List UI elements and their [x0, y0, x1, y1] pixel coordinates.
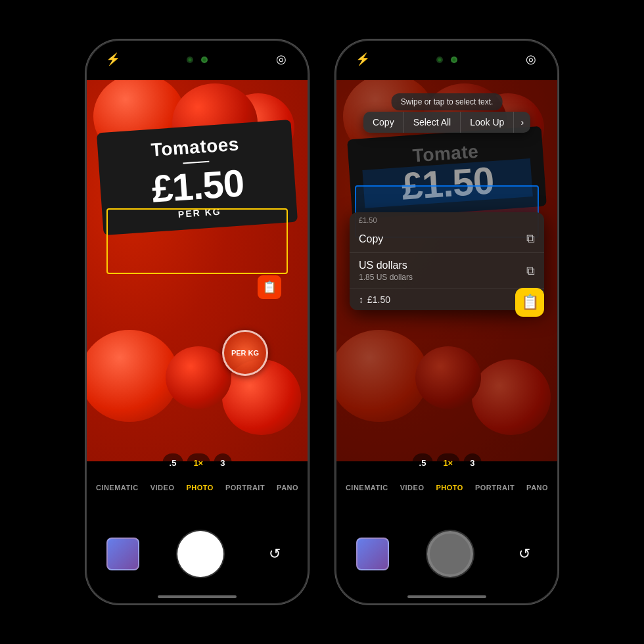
- popup-convert-text: £1.50: [367, 294, 390, 305]
- popup-usd-label: US dollars: [359, 260, 413, 271]
- flash-icon[interactable]: ⚡: [103, 49, 124, 70]
- camera-bottom-1: ↺: [87, 531, 308, 577]
- camera-indicator-2: [436, 57, 443, 63]
- popup-copy-label: Copy: [359, 233, 383, 245]
- mode-video-2[interactable]: VIDEO: [400, 484, 425, 492]
- home-indicator-1: [158, 595, 237, 598]
- mode-cinematic-1[interactable]: CINEMATIC: [96, 484, 139, 492]
- photo-thumbnail-1[interactable]: [106, 538, 139, 570]
- magnifier-1: PER KG: [222, 330, 268, 376]
- popup-copy-icon: ⧉: [526, 232, 535, 246]
- popup-copy-row[interactable]: Copy ⧉: [350, 225, 544, 253]
- mode-pano-2[interactable]: PANO: [526, 484, 548, 492]
- zoom-controls-2: .5 1× 3: [413, 453, 482, 472]
- shutter-button-2[interactable]: [427, 531, 473, 577]
- flash-icon-2[interactable]: ⚡: [352, 49, 373, 70]
- mic-indicator-2: [451, 57, 457, 63]
- tomato-6: [166, 346, 231, 409]
- flip-camera-icon-2[interactable]: ↺: [511, 541, 538, 567]
- live-text-badge[interactable]: 📋: [515, 288, 544, 317]
- camera-feed-2: Tomate £1.50 Swipe or tap to select text…: [336, 80, 557, 461]
- select-all-menu-item[interactable]: Select All: [404, 112, 461, 133]
- zoom-3-btn[interactable]: 3: [214, 453, 231, 472]
- mode-portrait-2[interactable]: PORTRAIT: [475, 484, 515, 492]
- viewfinder-2: Tomate £1.50 Swipe or tap to select text…: [336, 80, 557, 461]
- live-photo-icon-2[interactable]: ◎: [520, 49, 541, 70]
- popup-usd-icon: ⧉: [526, 264, 535, 278]
- zoom-3-btn-2[interactable]: 3: [463, 453, 481, 472]
- camera-feed-1: Tomatoes £1.50 PER KG 📋 PER KG: [87, 80, 308, 461]
- popup-usd-row[interactable]: US dollars 1.85 US dollars ⧉: [350, 253, 544, 289]
- sign-title-1: Tomatoes: [110, 131, 280, 164]
- zoom-1x-btn-2[interactable]: 1×: [436, 453, 459, 472]
- live-photo-icon[interactable]: ◎: [271, 49, 292, 70]
- more-menu-item[interactable]: ›: [514, 112, 530, 133]
- mode-pano-1[interactable]: PANO: [277, 484, 298, 492]
- camera-modes-2: CINEMATIC VIDEO PHOTO PORTRAIT PANO: [336, 484, 557, 492]
- zoom-05-btn[interactable]: .5: [163, 453, 183, 472]
- viewfinder-1: Tomatoes £1.50 PER KG 📋 PER KG: [87, 80, 308, 461]
- tomato-4: [87, 330, 179, 422]
- mode-portrait-1[interactable]: PORTRAIT: [225, 484, 265, 492]
- home-indicator-2: [407, 595, 486, 598]
- camera-modes-1: CINEMATIC VIDEO PHOTO PORTRAIT PANO: [87, 484, 308, 492]
- price-sign-1: Tomatoes £1.50 PER KG: [97, 120, 298, 235]
- mic-indicator-1: [201, 57, 208, 63]
- zoom-controls-1: .5 1× 3: [163, 453, 232, 472]
- popup-convert-icon: ↕: [359, 294, 363, 305]
- mode-video-1[interactable]: VIDEO: [150, 484, 175, 492]
- phone-1: ⚡ ⌃ ◎ Tomatoes £1.50: [85, 39, 309, 605]
- camera-indicator-1: [187, 57, 193, 63]
- zoom-05-btn-2[interactable]: .5: [413, 453, 433, 472]
- swipe-hint: Swipe or tap to select text.: [392, 93, 503, 110]
- dynamic-island-2: [407, 49, 486, 71]
- dynamic-island-1: [158, 49, 237, 71]
- mode-photo-1[interactable]: PHOTO: [186, 484, 213, 492]
- mode-photo-2[interactable]: PHOTO: [436, 484, 463, 492]
- flip-camera-icon-1[interactable]: ↺: [262, 541, 288, 567]
- popup-header: £1.50: [350, 212, 544, 225]
- selection-menu-bar: Copy Select All Look Up ›: [363, 112, 530, 133]
- photo-thumbnail-2[interactable]: [356, 538, 389, 570]
- popup-usd-sub: 1.85 US dollars: [359, 273, 413, 282]
- mode-cinematic-2[interactable]: CINEMATIC: [346, 484, 388, 492]
- phone-2: ⚡ ⌃ ◎ Tomate £1.50: [335, 39, 559, 605]
- shutter-button-1[interactable]: [177, 531, 223, 577]
- look-up-menu-item[interactable]: Look Up: [461, 112, 514, 133]
- zoom-1x-btn[interactable]: 1×: [187, 453, 210, 472]
- camera-bottom-2: ↺: [336, 531, 557, 577]
- copy-menu-item[interactable]: Copy: [363, 112, 404, 133]
